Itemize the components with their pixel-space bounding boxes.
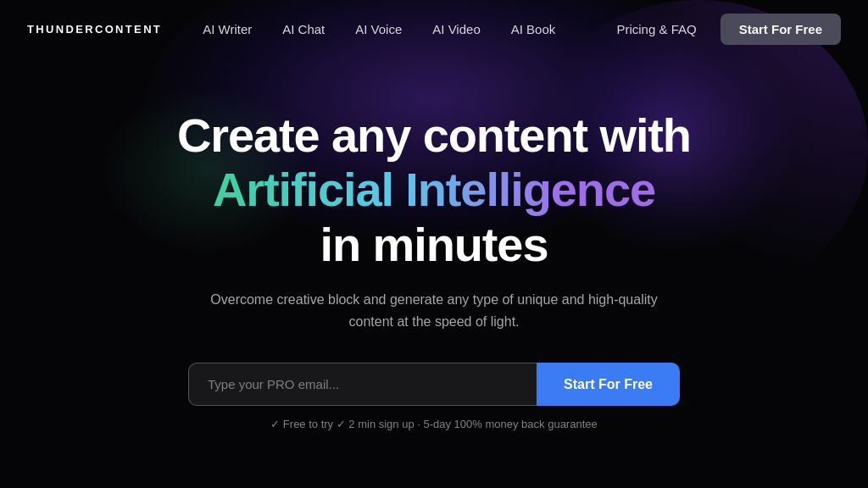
nav-link-ai-writer[interactable]: AI Writer — [203, 22, 252, 36]
navbar: THUNDERCONTENT AI Writer AI Chat AI Voic… — [0, 0, 868, 58]
nav-start-free-button[interactable]: Start For Free — [721, 14, 841, 45]
brand-logo: THUNDERCONTENT — [27, 23, 162, 36]
hero-title-line1: Create any content with — [177, 108, 691, 162]
nav-link-ai-book[interactable]: AI Book — [511, 22, 556, 36]
hero-disclaimer: ✓ Free to try ✓ 2 min sign up · 5-day 10… — [270, 418, 597, 430]
hero-title-line3: in minutes — [320, 218, 548, 271]
hero-subtitle: Overcome creative block and generate any… — [205, 289, 663, 332]
hero-title-ai-gradient: Artificial Intelligence — [213, 163, 655, 216]
nav-link-ai-chat[interactable]: AI Chat — [282, 22, 325, 36]
hero-title: Create any content with Artificial Intel… — [177, 108, 691, 272]
nav-link-ai-video[interactable]: AI Video — [432, 22, 480, 36]
nav-right: Pricing & FAQ Start For Free — [616, 14, 841, 45]
hero-section: Create any content with Artificial Intel… — [0, 58, 868, 430]
nav-link-ai-voice[interactable]: AI Voice — [355, 22, 402, 36]
nav-links: AI Writer AI Chat AI Voice AI Video AI B… — [203, 22, 616, 36]
nav-pricing-link[interactable]: Pricing & FAQ — [616, 22, 696, 36]
hero-form: Start For Free — [188, 363, 680, 406]
hero-email-input[interactable] — [188, 363, 537, 406]
hero-start-free-button[interactable]: Start For Free — [537, 363, 680, 406]
